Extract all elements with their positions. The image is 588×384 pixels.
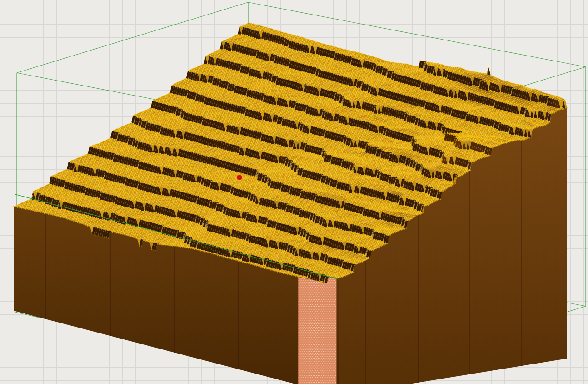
point-marker[interactable] xyxy=(237,175,242,180)
3d-viewport[interactable] xyxy=(0,0,588,384)
terrain-model[interactable] xyxy=(0,0,588,384)
